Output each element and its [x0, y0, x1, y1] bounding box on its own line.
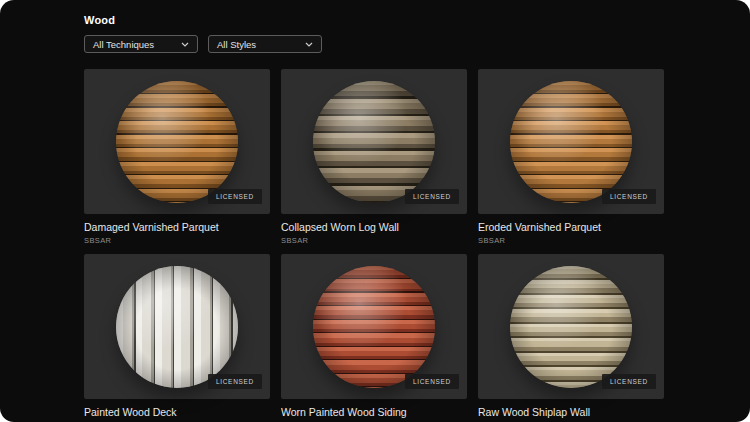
- material-name: Collapsed Worn Log Wall: [281, 221, 467, 233]
- styles-filter-label: All Styles: [217, 39, 256, 50]
- chevron-down-icon: [305, 42, 313, 47]
- material-thumbnail: LICENSED: [84, 254, 270, 399]
- licensed-badge: LICENSED: [405, 374, 459, 389]
- material-sphere-preview: [116, 266, 238, 388]
- wood-category-section: Wood All Techniques All Styles LICENSED: [84, 0, 666, 422]
- material-format: SBSAR: [84, 237, 270, 245]
- material-sphere-preview: [510, 81, 632, 203]
- chevron-down-icon: [181, 42, 189, 47]
- material-name: Damaged Varnished Parquet: [84, 221, 270, 233]
- material-sphere-preview: [313, 81, 435, 203]
- material-sphere-preview: [313, 266, 435, 388]
- licensed-badge: LICENSED: [602, 374, 656, 389]
- material-format: SBSAR: [478, 237, 664, 245]
- material-name: Raw Wood Shiplap Wall: [478, 406, 664, 418]
- licensed-badge: LICENSED: [208, 374, 262, 389]
- material-thumbnail: LICENSED: [478, 254, 664, 399]
- material-thumbnail: LICENSED: [84, 69, 270, 214]
- styles-filter-dropdown[interactable]: All Styles: [208, 35, 322, 53]
- material-card[interactable]: LICENSED Collapsed Worn Log Wall SBSAR: [281, 69, 467, 245]
- material-name: Painted Wood Deck: [84, 406, 270, 418]
- material-card[interactable]: LICENSED Eroded Varnished Parquet SBSAR: [478, 69, 664, 245]
- material-card[interactable]: LICENSED Worn Painted Wood Siding SBSAR: [281, 254, 467, 422]
- assets-panel: Wood All Techniques All Styles LICENSED: [0, 0, 750, 422]
- filter-bar: All Techniques All Styles: [84, 35, 666, 53]
- material-sphere-preview: [510, 266, 632, 388]
- licensed-badge: LICENSED: [208, 189, 262, 204]
- material-card[interactable]: LICENSED Painted Wood Deck SBSAR: [84, 254, 270, 422]
- material-card[interactable]: LICENSED Raw Wood Shiplap Wall SBSAR: [478, 254, 664, 422]
- materials-grid: LICENSED Damaged Varnished Parquet SBSAR…: [84, 69, 666, 422]
- page-title: Wood: [84, 14, 666, 26]
- material-sphere-preview: [116, 81, 238, 203]
- material-thumbnail: LICENSED: [281, 69, 467, 214]
- material-format: SBSAR: [281, 237, 467, 245]
- techniques-filter-dropdown[interactable]: All Techniques: [84, 35, 198, 53]
- material-name: Eroded Varnished Parquet: [478, 221, 664, 233]
- techniques-filter-label: All Techniques: [93, 39, 154, 50]
- material-card[interactable]: LICENSED Damaged Varnished Parquet SBSAR: [84, 69, 270, 245]
- licensed-badge: LICENSED: [602, 189, 656, 204]
- material-thumbnail: LICENSED: [478, 69, 664, 214]
- material-name: Worn Painted Wood Siding: [281, 406, 467, 418]
- material-thumbnail: LICENSED: [281, 254, 467, 399]
- licensed-badge: LICENSED: [405, 189, 459, 204]
